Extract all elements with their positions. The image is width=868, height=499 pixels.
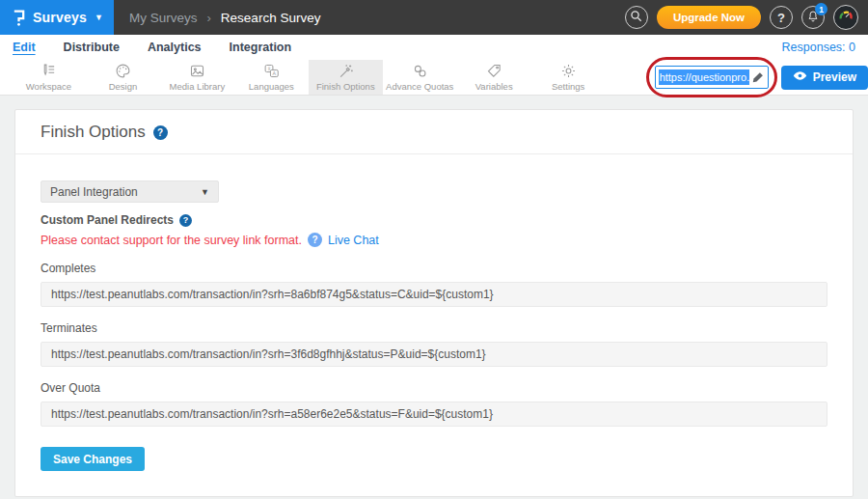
preview-button-label: Preview (813, 70, 856, 84)
panel-integration-dropdown[interactable]: Panel Integration ▼ (41, 180, 219, 203)
responses-count[interactable]: Responses: 0 (782, 41, 855, 54)
live-chat-icon[interactable]: ? (308, 233, 322, 247)
toolbar-item-workspace[interactable]: Workspace (12, 60, 86, 95)
toolbar-item-design[interactable]: Design (86, 60, 160, 95)
toolbar-item-languages[interactable]: x̄ A Languages (234, 60, 309, 95)
search-icon (630, 10, 642, 25)
finish-options-card: Finish Options ? Panel Integration ▼ Cus… (14, 109, 854, 497)
breadcrumb-separator: › (207, 11, 211, 25)
live-chat-link[interactable]: Live Chat (328, 234, 379, 247)
toolbar-item-advance-quotas[interactable]: Advance Quotas (383, 60, 457, 95)
help-button[interactable]: ? (770, 6, 793, 29)
redirects-help-icon[interactable]: ? (179, 214, 192, 227)
top-bar-actions: Upgrade Now ? 1 (625, 0, 868, 35)
support-warning-text: Please contact support for the survey li… (41, 234, 302, 247)
finish-options-help-icon[interactable]: ? (153, 125, 168, 140)
terminates-field-group: Terminates (41, 321, 827, 367)
survey-url-container: https://questionpro.com/t/A (655, 66, 769, 89)
tab-integration[interactable]: Integration (230, 41, 292, 54)
edit-toolbar: Workspace Design Media Library x̄ A (0, 60, 868, 96)
content-area: Finish Options ? Panel Integration ▼ Cus… (0, 96, 868, 499)
eye-icon (793, 70, 807, 84)
search-button[interactable] (625, 6, 648, 29)
breadcrumb: My Surveys › Research Survey (129, 0, 320, 35)
toolbar-item-media-library[interactable]: Media Library (160, 60, 234, 95)
surveys-product-menu[interactable]: Surveys ▼ (0, 0, 114, 35)
image-icon (189, 63, 205, 79)
edit-url-pencil-icon[interactable] (752, 71, 764, 83)
user-avatar[interactable] (833, 5, 858, 30)
completes-url-input[interactable] (41, 282, 827, 307)
notification-count-badge: 1 (815, 3, 827, 15)
workspace-icon (41, 63, 57, 79)
over-quota-field-group: Over Quota (41, 381, 827, 427)
upgrade-now-button[interactable]: Upgrade Now (657, 6, 761, 29)
translate-icon: x̄ A (263, 63, 280, 79)
gauge-avatar-icon (836, 6, 855, 29)
support-warning-row: Please contact support for the survey li… (41, 233, 827, 247)
survey-nav-tabs: Edit Distribute Analytics Integration Re… (0, 35, 868, 60)
notifications-button[interactable]: 1 (801, 6, 825, 29)
dropdown-selected-value: Panel Integration (50, 185, 138, 199)
terminates-label: Terminates (41, 321, 827, 335)
question-mark-icon: ? (777, 11, 785, 25)
custom-panel-redirects-label: Custom Panel Redirects ? (41, 213, 827, 227)
tab-distribute[interactable]: Distribute (64, 41, 120, 54)
breadcrumb-my-surveys[interactable]: My Surveys (129, 11, 198, 25)
questionpro-logo-icon (12, 8, 26, 27)
chain-links-icon (412, 63, 428, 79)
breadcrumb-current-survey: Research Survey (221, 11, 321, 25)
palette-icon (115, 63, 131, 79)
top-bar: Surveys ▼ My Surveys › Research Survey U… (0, 0, 868, 35)
tab-analytics[interactable]: Analytics (148, 41, 202, 54)
chevron-down-icon: ▼ (95, 13, 103, 22)
product-menu-label: Surveys (33, 10, 87, 25)
chevron-down-icon: ▼ (201, 187, 209, 197)
card-header: Finish Options ? (15, 110, 853, 154)
completes-field-group: Completes (41, 262, 827, 307)
card-body: Panel Integration ▼ Custom Panel Redirec… (15, 154, 853, 496)
tab-edit[interactable]: Edit (13, 41, 36, 54)
preview-button[interactable]: Preview (781, 66, 868, 90)
magic-wand-icon (338, 63, 354, 79)
survey-url-selected-text: https://questionpro.com/t/A (659, 69, 749, 85)
over-quota-label: Over Quota (41, 381, 827, 395)
save-changes-button[interactable]: Save Changes (41, 447, 145, 471)
terminates-url-input[interactable] (41, 342, 827, 367)
toolbar-item-variables[interactable]: Variables (457, 60, 531, 95)
survey-url-input[interactable]: https://questionpro.com/t/A (655, 66, 769, 89)
tag-icon (486, 63, 502, 79)
toolbar-item-settings[interactable]: Settings (531, 60, 606, 95)
gear-icon (560, 63, 577, 79)
page-title: Finish Options (41, 123, 146, 142)
over-quota-url-input[interactable] (41, 402, 827, 427)
svg-text:A: A (272, 70, 276, 76)
completes-label: Completes (41, 262, 827, 275)
toolbar-item-finish-options[interactable]: Finish Options (309, 60, 383, 95)
